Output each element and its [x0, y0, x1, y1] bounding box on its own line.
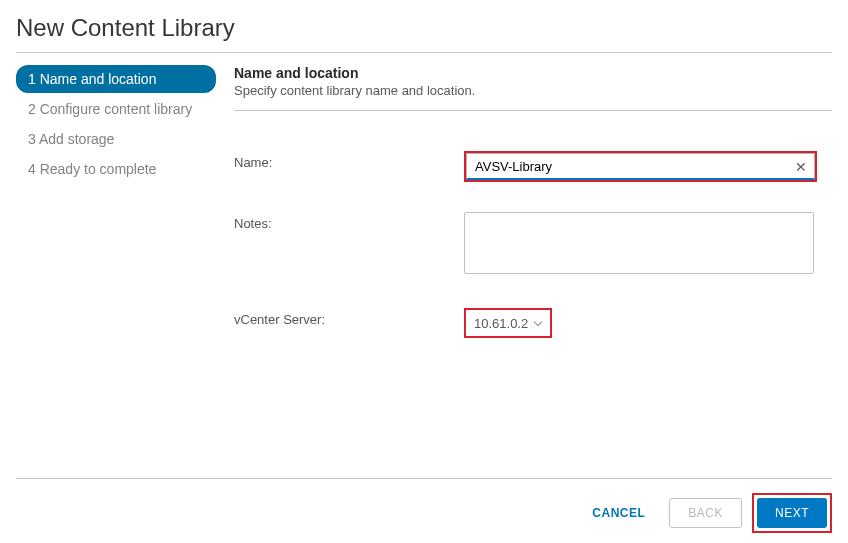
cancel-button[interactable]: CANCEL	[578, 498, 659, 528]
chevron-down-icon	[534, 320, 542, 328]
vcenter-value: 10.61.0.2	[474, 316, 528, 331]
name-row: Name: ✕	[234, 151, 832, 182]
name-input[interactable]	[466, 153, 815, 180]
vcenter-label: vCenter Server:	[234, 308, 464, 327]
sidebar-item-configure[interactable]: 2 Configure content library	[16, 95, 216, 123]
content-panel: Name and location Specify content librar…	[234, 65, 832, 478]
notes-row: Notes:	[234, 212, 832, 278]
new-content-library-dialog: New Content Library 1 Name and location …	[0, 0, 848, 543]
vcenter-control: 10.61.0.2	[464, 308, 832, 338]
next-highlight: NEXT	[752, 493, 832, 533]
main-area: 1 Name and location 2 Configure content …	[16, 65, 832, 478]
dialog-footer: CANCEL BACK NEXT	[16, 478, 832, 533]
back-button: BACK	[669, 498, 742, 528]
sidebar-item-storage[interactable]: 3 Add storage	[16, 125, 216, 153]
content-heading: Name and location	[234, 65, 832, 81]
content-subtitle: Specify content library name and locatio…	[234, 83, 832, 111]
name-input-highlight: ✕	[464, 151, 817, 182]
dialog-title: New Content Library	[16, 10, 832, 53]
name-control: ✕	[464, 151, 832, 182]
vcenter-highlight: 10.61.0.2	[464, 308, 552, 338]
clear-icon[interactable]: ✕	[795, 160, 807, 174]
notes-textarea[interactable]	[464, 212, 814, 274]
notes-label: Notes:	[234, 212, 464, 231]
next-button[interactable]: NEXT	[757, 498, 827, 528]
vcenter-select[interactable]: 10.61.0.2	[474, 316, 542, 331]
sidebar-item-ready[interactable]: 4 Ready to complete	[16, 155, 216, 183]
name-label: Name:	[234, 151, 464, 170]
sidebar-item-name-location[interactable]: 1 Name and location	[16, 65, 216, 93]
wizard-sidebar: 1 Name and location 2 Configure content …	[16, 65, 216, 478]
notes-control	[464, 212, 832, 278]
vcenter-row: vCenter Server: 10.61.0.2	[234, 308, 832, 338]
